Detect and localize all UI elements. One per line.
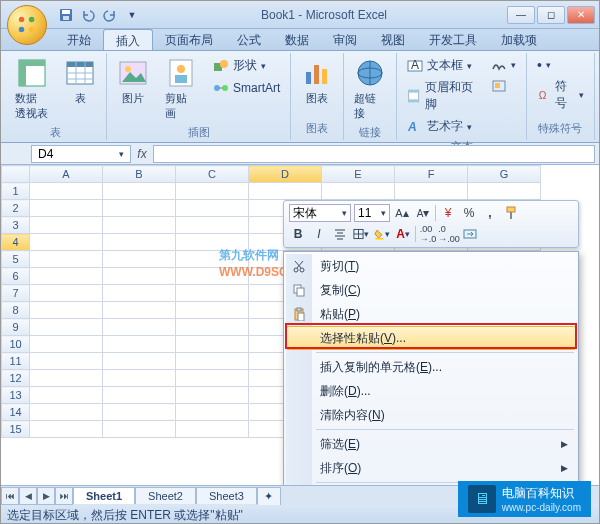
row-header-4[interactable]: 4	[2, 234, 30, 251]
decrease-decimal-icon[interactable]: .00→.0	[419, 225, 437, 243]
cell-C14[interactable]	[176, 404, 249, 421]
cell-A10[interactable]	[30, 336, 103, 353]
cell-C7[interactable]	[176, 285, 249, 302]
menu-copy[interactable]: 复制(C)	[286, 278, 576, 302]
menu-delete[interactable]: 删除(D)...	[286, 379, 576, 403]
tab-view[interactable]: 视图	[369, 29, 417, 50]
sheet-tab-3[interactable]: Sheet3	[196, 487, 257, 504]
cell-A5[interactable]	[30, 251, 103, 268]
font-select[interactable]: 宋体 ▾	[289, 204, 351, 222]
comma-icon[interactable]: ,	[481, 204, 499, 222]
menu-paste[interactable]: 粘贴(P)	[286, 302, 576, 326]
header-footer-button[interactable]: 页眉和页脚	[403, 77, 479, 115]
merge-icon[interactable]	[461, 225, 479, 243]
cell-C9[interactable]	[176, 319, 249, 336]
chart-button[interactable]: 图表	[297, 55, 337, 108]
new-sheet-button[interactable]: ✦	[257, 487, 281, 505]
select-all-corner[interactable]	[2, 166, 30, 183]
tab-layout[interactable]: 页面布局	[153, 29, 225, 50]
fill-color-icon[interactable]: ▾	[373, 225, 391, 243]
close-button[interactable]: ✕	[567, 6, 595, 24]
cell-C3[interactable]	[176, 217, 249, 234]
picture-button[interactable]: 图片	[113, 55, 153, 108]
cell-B1[interactable]	[103, 183, 176, 200]
cell-B12[interactable]	[103, 370, 176, 387]
row-header-2[interactable]: 2	[2, 200, 30, 217]
cell-C11[interactable]	[176, 353, 249, 370]
sheet-nav-first[interactable]: ⏮	[1, 487, 19, 505]
cell-G1[interactable]	[468, 183, 541, 200]
office-button[interactable]	[7, 5, 47, 45]
tab-formulas[interactable]: 公式	[225, 29, 273, 50]
percent-icon[interactable]: %	[460, 204, 478, 222]
fx-icon[interactable]: fx	[131, 147, 153, 161]
hyperlink-button[interactable]: 超链接	[350, 55, 390, 123]
cell-A11[interactable]	[30, 353, 103, 370]
sheet-tab-2[interactable]: Sheet2	[135, 487, 196, 504]
cell-A2[interactable]	[30, 200, 103, 217]
col-header-E[interactable]: E	[322, 166, 395, 183]
menu-filter[interactable]: 筛选(E)▶	[286, 432, 576, 456]
row-header-12[interactable]: 12	[2, 370, 30, 387]
cell-B15[interactable]	[103, 421, 176, 438]
cell-B11[interactable]	[103, 353, 176, 370]
tab-dev[interactable]: 开发工具	[417, 29, 489, 50]
row-header-3[interactable]: 3	[2, 217, 30, 234]
cell-A14[interactable]	[30, 404, 103, 421]
bold-icon[interactable]: B	[289, 225, 307, 243]
symbolmore-button[interactable]: •▾	[533, 55, 588, 75]
cell-B2[interactable]	[103, 200, 176, 217]
textbox-button[interactable]: A文本框▾	[403, 55, 479, 76]
align-center-icon[interactable]	[331, 225, 349, 243]
cell-A15[interactable]	[30, 421, 103, 438]
cell-C10[interactable]	[176, 336, 249, 353]
tab-home[interactable]: 开始	[55, 29, 103, 50]
size-select[interactable]: 11 ▾	[354, 204, 390, 222]
cell-C1[interactable]	[176, 183, 249, 200]
sheet-tab-1[interactable]: Sheet1	[73, 487, 135, 504]
row-header-6[interactable]: 6	[2, 268, 30, 285]
cell-A9[interactable]	[30, 319, 103, 336]
row-header-15[interactable]: 15	[2, 421, 30, 438]
col-header-G[interactable]: G	[468, 166, 541, 183]
row-header-8[interactable]: 8	[2, 302, 30, 319]
cell-C2[interactable]	[176, 200, 249, 217]
symbol-button[interactable]: Ω符号▾	[533, 76, 588, 114]
col-header-A[interactable]: A	[30, 166, 103, 183]
table-button[interactable]: 表	[60, 55, 100, 108]
smartart-button[interactable]: SmartArt	[209, 78, 284, 98]
cell-B9[interactable]	[103, 319, 176, 336]
cell-A1[interactable]	[30, 183, 103, 200]
italic-icon[interactable]: I	[310, 225, 328, 243]
shapes-button[interactable]: 形状▾	[209, 55, 284, 76]
cell-F1[interactable]	[395, 183, 468, 200]
row-header-11[interactable]: 11	[2, 353, 30, 370]
col-header-D[interactable]: D	[249, 166, 322, 183]
save-icon[interactable]	[57, 6, 75, 24]
menu-cut[interactable]: 剪切(T)	[286, 254, 576, 278]
cell-A4[interactable]	[30, 234, 103, 251]
cell-A6[interactable]	[30, 268, 103, 285]
qat-dropdown-icon[interactable]: ▼	[123, 6, 141, 24]
menu-paste-special[interactable]: 选择性粘贴(V)...	[286, 326, 576, 350]
row-header-14[interactable]: 14	[2, 404, 30, 421]
cell-B10[interactable]	[103, 336, 176, 353]
cell-C15[interactable]	[176, 421, 249, 438]
name-box[interactable]: D4▾	[31, 145, 131, 163]
cell-A8[interactable]	[30, 302, 103, 319]
cell-E1[interactable]	[322, 183, 395, 200]
font-color-icon[interactable]: A▾	[394, 225, 412, 243]
undo-icon[interactable]	[79, 6, 97, 24]
cell-A12[interactable]	[30, 370, 103, 387]
sheet-nav-next[interactable]: ▶	[37, 487, 55, 505]
currency-icon[interactable]: ¥	[439, 204, 457, 222]
shrink-font-icon[interactable]: A▾	[414, 204, 432, 222]
col-header-C[interactable]: C	[176, 166, 249, 183]
sheet-nav-prev[interactable]: ◀	[19, 487, 37, 505]
cell-B4[interactable]	[103, 234, 176, 251]
row-header-9[interactable]: 9	[2, 319, 30, 336]
minimize-button[interactable]: —	[507, 6, 535, 24]
maximize-button[interactable]: ◻	[537, 6, 565, 24]
col-header-B[interactable]: B	[103, 166, 176, 183]
object-button[interactable]	[487, 76, 520, 96]
